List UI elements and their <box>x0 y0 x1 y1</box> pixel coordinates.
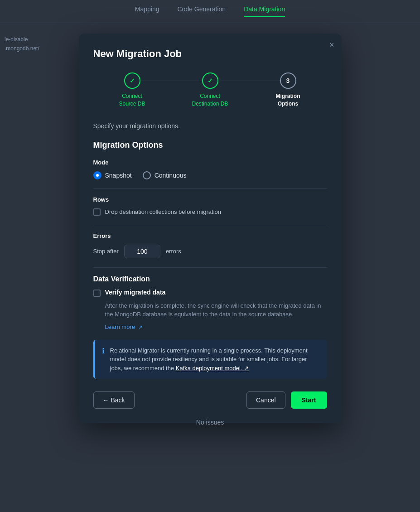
tab-code-generation[interactable]: Code Generation <box>178 5 226 17</box>
step-circle-1: ✓ <box>124 72 140 89</box>
step-label-2: ConnectDestination DB <box>192 92 228 108</box>
stepper: ✓ ConnectSource DB ✓ ConnectDestination … <box>93 72 327 108</box>
info-banner: ℹ Relational Migrator is currently runni… <box>93 340 327 379</box>
back-button[interactable]: ← Back <box>93 391 135 409</box>
cancel-button[interactable]: Cancel <box>246 391 285 409</box>
drop-collections-label: Drop destination collections before migr… <box>105 208 222 215</box>
modal-close-button[interactable]: × <box>329 41 334 49</box>
step-connector-1 <box>140 81 202 81</box>
errors-suffix: errors <box>166 248 181 255</box>
rows-label: Rows <box>93 196 327 203</box>
step-label-1: ConnectSource DB <box>119 92 145 108</box>
step-label-3: MigrationOptions <box>276 92 300 108</box>
divider-1 <box>93 188 327 189</box>
rows-checkbox-row: Drop destination collections before migr… <box>93 208 327 216</box>
rows-section: Rows Drop destination collections before… <box>93 196 327 216</box>
errors-count-input[interactable] <box>124 245 160 258</box>
step-circle-2: ✓ <box>202 72 218 89</box>
migration-options-heading: Migration Options <box>93 140 327 150</box>
verify-data-label: Verify migrated data <box>105 289 166 296</box>
radio-continuous[interactable]: Continuous <box>143 171 187 179</box>
start-button[interactable]: Start <box>291 391 327 409</box>
modal-overlay: × New Migration Job ✓ ConnectSource DB ✓… <box>0 27 420 512</box>
modal: × New Migration Job ✓ ConnectSource DB ✓… <box>79 34 342 423</box>
tab-data-migration[interactable]: Data Migration <box>244 5 285 17</box>
info-icon: ℹ <box>102 347 105 373</box>
drop-collections-checkbox[interactable] <box>93 208 101 216</box>
step-migration-options: 3 MigrationOptions <box>249 72 327 108</box>
data-verification-heading: Data Verification <box>93 275 327 283</box>
learn-more-icon: ↗ <box>138 324 142 330</box>
verify-description: After the migration is complete, the syn… <box>93 301 327 319</box>
radio-snapshot-label: Snapshot <box>105 172 132 179</box>
modal-footer: ← Back Cancel Start <box>93 391 327 409</box>
verify-data-checkbox[interactable] <box>93 290 101 297</box>
verify-checkbox-row: Verify migrated data <box>93 289 327 297</box>
errors-label: Errors <box>93 232 327 239</box>
footer-right-buttons: Cancel Start <box>246 391 327 409</box>
info-banner-text: Relational Migrator is currently running… <box>110 346 320 373</box>
top-tabs: Mapping Code Generation Data Migration <box>0 0 420 23</box>
data-verification-section: Data Verification Verify migrated data A… <box>93 275 327 331</box>
no-issues-text: No issues <box>196 419 224 426</box>
radio-snapshot[interactable]: Snapshot <box>93 171 132 179</box>
kafka-link[interactable]: Kafka deployment model. ↗ <box>176 365 249 372</box>
stop-after-label: Stop after <box>93 248 119 255</box>
divider-3 <box>93 267 327 268</box>
errors-row: Stop after errors <box>93 245 327 258</box>
tab-mapping[interactable]: Mapping <box>135 5 159 17</box>
divider-2 <box>93 225 327 225</box>
step-connect-source: ✓ ConnectSource DB <box>93 72 171 108</box>
step-circle-3: 3 <box>280 72 296 89</box>
radio-continuous-input[interactable] <box>143 171 151 179</box>
errors-section: Errors Stop after errors <box>93 232 327 258</box>
step-connector-2 <box>218 81 280 81</box>
radio-snapshot-input[interactable] <box>93 171 101 179</box>
mode-label: Mode <box>93 159 327 166</box>
radio-continuous-label: Continuous <box>154 172 187 179</box>
step-connect-destination: ✓ ConnectDestination DB <box>171 72 249 108</box>
modal-subtitle: Specify your migration options. <box>93 122 327 130</box>
modal-title: New Migration Job <box>93 48 327 60</box>
mode-radio-group: Snapshot Continuous <box>93 171 327 179</box>
learn-more-link[interactable]: Learn more ↗ <box>93 324 142 330</box>
